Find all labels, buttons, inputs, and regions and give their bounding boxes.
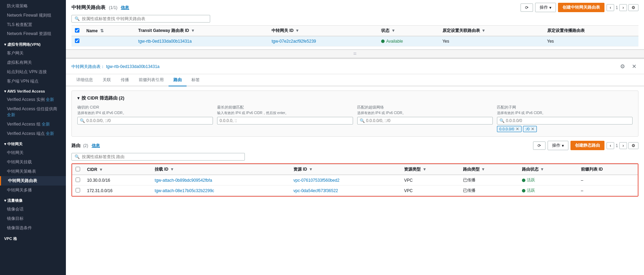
sidebar-item-tgw-multicast[interactable]: 中转网关多播 (0, 186, 66, 195)
sidebar-item-customer-gateway[interactable]: 客户网关 (0, 49, 66, 58)
sidebar-section-traffic-mirror[interactable]: ▾ 流量镜像 (0, 195, 66, 205)
sidebar-item-tgw[interactable]: 中转网关 (0, 148, 66, 157)
top-section-header: 中转网关路由表 (1/1) 信息 ⟳ 操作 ▾ 创建中转网关路由表 ‹ 1 › … (71, 3, 638, 12)
create-static-route-button[interactable]: 创建静态路由 (570, 141, 604, 150)
sidebar-item-tgw-route-table[interactable]: 中转网关路由表 (0, 176, 66, 186)
routes-row-1[interactable]: 10.30.0.0/16 tgw-attach-0b89bdc909542fbf… (72, 175, 638, 186)
refresh-button[interactable]: ⟳ (521, 3, 533, 12)
sidebar-item-firewall-policy[interactable]: 防火墙策略 (0, 1, 66, 11)
filter-longest-input[interactable] (220, 118, 350, 123)
sidebar-item-va-endpoint[interactable]: Verified Access 端点 全新 (0, 129, 66, 138)
filter-subnet-input[interactable] (506, 118, 630, 123)
va-group-link[interactable]: 全新 (42, 122, 50, 127)
select-all-checkbox[interactable] (75, 28, 79, 33)
routes-settings-button[interactable]: ⚙ (628, 142, 638, 149)
actions-button[interactable]: 操作 ▾ (535, 3, 556, 12)
tag-0000-remove[interactable]: ✕ (516, 127, 519, 131)
routes-col-cidr: CIDR ▾ (84, 164, 151, 175)
sidebar-item-va-instance[interactable]: Verified Access 实例 全新 (0, 95, 66, 104)
tab-routes[interactable]: 路由 (169, 74, 187, 86)
sidebar-item-tgw-policy-table[interactable]: 中转网关策略表 (0, 167, 66, 176)
routes-row1-attach-link[interactable]: tgw-attach-0b89bdc909542fbfa (155, 178, 212, 183)
panel-divider: = (66, 50, 644, 58)
top-info-link[interactable]: 信息 (121, 5, 129, 10)
filter-section: ▾ 按 CIDR 筛选路由 (2) 确切的 CIDR 选择有效的 IP4 或 I… (71, 91, 638, 137)
tag-ipv6-remove[interactable]: ✕ (531, 127, 534, 131)
filter-supernet: 匹配的超级网络 选择有效的 IP4 或 IPv6 CIDR。 🔍 (357, 105, 493, 132)
routes-row1-resource-link[interactable]: vpc-076107533f560bed2 (293, 178, 340, 183)
main-content: 中转网关路由表 (1/1) 信息 ⟳ 操作 ▾ 创建中转网关路由表 ‹ 1 › … (66, 0, 644, 275)
sidebar-item-tls-config[interactable]: TLS 检查配置 (0, 20, 66, 29)
sidebar-item-mirror-target[interactable]: 镜像目标 (0, 214, 66, 223)
routes-select-all[interactable] (76, 167, 80, 171)
table-row[interactable]: tgw-rtb-0ed133da00b13431a tgw-07e2c2acf9… (71, 36, 638, 46)
search-icon: 🔍 (75, 16, 80, 21)
filter-exact-wrap: 🔍 (77, 117, 213, 124)
routes-row1-status-badge: 活跃 (522, 177, 574, 183)
va-endpoint-link[interactable]: 全新 (46, 131, 54, 136)
sidebar-item-va-group[interactable]: Verified Access 组 全新 (0, 120, 66, 129)
routes-row2-resource-id: vpc-0da54ecf673f36522 (290, 186, 401, 196)
routes-row2-checkbox[interactable] (76, 188, 80, 192)
routes-row2-attach-id: tgw-attach-08e17b05c32b2299c (151, 186, 290, 196)
routes-search-input[interactable] (82, 154, 242, 159)
detail-settings-button[interactable]: ⚙ (618, 62, 627, 70)
filter-subnet-tags: 0.0.0.0/0 ✕ :/0 ✕ (497, 126, 633, 132)
routes-row2-resource-link[interactable]: vpc-0da54ecf673f36522 (293, 188, 338, 193)
rtb-id-link[interactable]: tgw-rtb-0ed133da00b13431a (138, 39, 192, 44)
sidebar-item-nfw-rule-groups[interactable]: Network Firewall 规则组 (0, 11, 66, 20)
routes-col-prefix-list: 前缀列表 ID (577, 164, 638, 175)
routes-section: ▾ 按 CIDR 筛选路由 (2) 确切的 CIDR 选择有效的 IP4 或 I… (66, 86, 644, 201)
routes-row2-prefix: – (577, 186, 638, 196)
sidebar-item-va-trust-provider[interactable]: Verified Access 信任提供商 全新 (0, 104, 66, 120)
tab-propagation[interactable]: 传播 (116, 74, 134, 86)
routes-info-link[interactable]: 信息 (92, 143, 100, 148)
routes-row1-resource-type: VPC (401, 175, 460, 186)
sidebar-item-nfw-resource-groups[interactable]: Network Firewall 资源组 (0, 29, 66, 38)
sidebar: 防火墙策略 Network Firewall 规则组 TLS 检查配置 Netw… (0, 0, 66, 275)
routes-table: CIDR ▾ 挂载 ID ▾ 资源 ID ▾ 资源类型 ▾ 路由类型 ▾ 路由状… (72, 164, 638, 196)
pagination-settings[interactable]: ⚙ (628, 4, 638, 11)
detail-close-button[interactable]: ✕ (630, 62, 638, 70)
sidebar-item-s2s-vpn[interactable]: 站点到站点 VPN 连接 (0, 67, 66, 77)
filter-exact-hint: 选择有效的 IP4 或 IPv6 CIDR。 (77, 111, 213, 115)
routes-row2-attach-link[interactable]: tgw-attach-08e17b05c32b2299c (155, 188, 214, 193)
filter-exact-input[interactable] (86, 118, 211, 123)
routes-col-resource-type: 资源类型 ▾ (401, 164, 460, 175)
routes-row1-checkbox[interactable] (76, 178, 80, 182)
top-title-text: 中转网关路由表 (1/1) 信息 (71, 5, 129, 10)
tab-prefix-list[interactable]: 前缀列表引用 (134, 74, 169, 86)
filter-supernet-input[interactable] (366, 118, 490, 123)
routes-prev-button[interactable]: ‹ (607, 142, 614, 149)
filter-collapse-icon[interactable]: ▾ (77, 96, 79, 101)
actions-dropdown-icon: ▾ (549, 5, 551, 10)
sidebar-section-verified-access[interactable]: ▾ AWS Verified Access (0, 86, 66, 95)
routes-actions-button[interactable]: 操作 ▾ (548, 141, 568, 150)
sidebar-item-tgw-attach[interactable]: 中转网关挂载 (0, 157, 66, 167)
tab-association[interactable]: 关联 (98, 74, 116, 86)
routes-row-2[interactable]: 172.31.0.0/16 tgw-attach-08e17b05c32b229… (72, 186, 638, 196)
top-search-input[interactable] (82, 16, 207, 21)
tgw-id-link[interactable]: tgw-07e2c2acf92fe5239 (272, 39, 316, 44)
sidebar-item-mirror-session[interactable]: 镜像会话 (0, 205, 66, 214)
sidebar-item-virtual-private-gw[interactable]: 虚拟私有网关 (0, 58, 66, 67)
status-dot (381, 40, 385, 43)
routes-next-button[interactable]: › (619, 142, 627, 149)
pagination-prev[interactable]: ‹ (607, 4, 614, 11)
routes-row2-status-dot (522, 189, 525, 192)
tab-tags[interactable]: 标签 (187, 74, 205, 86)
col-tgw-id: 中转网关 ID ▾ (268, 26, 378, 36)
tab-details[interactable]: 详细信息 (71, 74, 98, 86)
sidebar-section-vpn[interactable]: ▾ 虚拟专用网络(VPN) (0, 38, 66, 49)
va-trust-link[interactable]: 全新 (7, 112, 15, 117)
routes-refresh-button[interactable]: ⟳ (533, 141, 546, 150)
va-instance-link[interactable]: 全新 (46, 97, 54, 102)
sidebar-item-mirror-filter[interactable]: 镜像筛选条件 (0, 223, 66, 233)
pagination-next[interactable]: › (619, 4, 627, 11)
create-route-table-button[interactable]: 创建中转网关路由表 (558, 3, 604, 12)
sidebar-item-client-vpn[interactable]: 客户端 VPN 端点 (0, 77, 66, 86)
row-checkbox[interactable] (75, 38, 79, 43)
sidebar-section-tgw[interactable]: ▾ 中转网关 (0, 138, 66, 148)
top-count: (1/1) (109, 5, 118, 10)
routes-col-route-status: 路由状态 ▾ (518, 164, 577, 175)
